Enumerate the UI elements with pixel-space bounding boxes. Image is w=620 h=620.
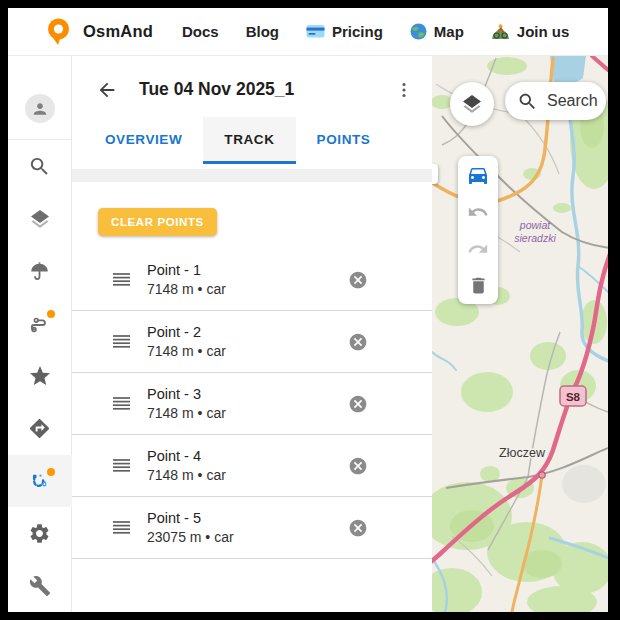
point-name: Point - 1 — [147, 261, 226, 280]
brand[interactable]: OsmAnd — [45, 17, 153, 47]
sidebar — [8, 56, 72, 612]
search-icon — [28, 155, 51, 178]
tab-track[interactable]: TRACK — [203, 117, 295, 164]
point-row-4[interactable]: Point - 4 7148 m • car — [72, 435, 432, 497]
redo-button[interactable] — [458, 230, 498, 267]
kebab-menu-icon — [394, 80, 414, 100]
globe-icon — [410, 23, 427, 40]
layers-icon — [460, 92, 484, 116]
point-row-2[interactable]: Point - 2 7148 m • car — [72, 311, 432, 373]
search-label: Search — [547, 92, 598, 110]
tab-points[interactable]: POINTS — [296, 117, 392, 164]
sidebar-item-settings[interactable] — [8, 507, 72, 559]
map-layers-button[interactable] — [450, 82, 494, 126]
drag-handle-icon[interactable] — [112, 457, 130, 475]
directions-icon — [28, 417, 51, 440]
drag-handle-icon[interactable] — [112, 271, 130, 289]
star-icon — [28, 364, 52, 388]
cancel-icon — [348, 332, 368, 352]
layers-icon — [28, 207, 52, 231]
gear-icon — [28, 522, 51, 545]
nav-map[interactable]: Map — [410, 23, 464, 40]
redo-icon — [467, 238, 489, 260]
content-row: Tue 04 Nov 2025_1 OVERVIEW TRACK POINTS … — [8, 56, 608, 612]
map-canvas: powiat sieradzki Złoczew S8 — [432, 56, 608, 612]
nav-blog[interactable]: Blog — [246, 23, 279, 40]
sidebar-item-tracks[interactable] — [8, 297, 72, 349]
top-navbar: OsmAnd Docs Blog Pricing — [8, 8, 608, 56]
person-icon — [30, 99, 50, 119]
nav-join-us[interactable]: Join us — [491, 23, 570, 40]
panel-tabs: OVERVIEW TRACK POINTS — [72, 117, 432, 164]
sidebar-item-favorites[interactable] — [8, 350, 72, 402]
arrow-back-icon — [96, 79, 118, 101]
sidebar-item-plan-route[interactable] — [8, 455, 72, 507]
point-details: 7148 m • car — [147, 404, 226, 423]
delete-point-button[interactable] — [348, 394, 368, 414]
cancel-icon — [348, 456, 368, 476]
clear-points-button[interactable]: CLEAR POINTS — [98, 208, 217, 236]
profile-car-button[interactable] — [458, 156, 498, 193]
delete-point-button[interactable] — [348, 332, 368, 352]
point-details: 7148 m • car — [147, 342, 226, 361]
panel-header: Tue 04 Nov 2025_1 — [72, 56, 432, 117]
back-button[interactable] — [95, 78, 119, 102]
drag-handle-icon[interactable] — [112, 333, 130, 351]
credit-card-icon — [306, 24, 325, 39]
osmand-logo-icon — [45, 17, 72, 47]
point-details: 7148 m • car — [147, 466, 226, 485]
track-panel: Tue 04 Nov 2025_1 OVERVIEW TRACK POINTS … — [72, 56, 432, 612]
plan-route-badge — [47, 468, 55, 476]
brand-name: OsmAnd — [83, 22, 153, 41]
delete-point-button[interactable] — [348, 518, 368, 538]
nav-docs[interactable]: Docs — [182, 23, 219, 40]
route-toolbar — [458, 156, 498, 304]
undo-icon — [467, 201, 489, 223]
point-name: Point - 5 — [147, 509, 234, 528]
car-icon — [466, 163, 490, 187]
delete-point-button[interactable] — [348, 270, 368, 290]
track-menu-button[interactable] — [392, 78, 416, 102]
umbrella-icon — [28, 260, 51, 283]
app-screen: OsmAnd Docs Blog Pricing — [8, 8, 608, 612]
tabs-divider — [72, 169, 432, 182]
map-label-region: sieradzki — [514, 232, 556, 244]
point-row-5[interactable]: Point - 5 23075 m • car — [72, 497, 432, 559]
map[interactable]: powiat sieradzki Złoczew S8 Search — [432, 56, 608, 612]
map-label-region: powiat — [519, 219, 551, 231]
tracks-badge — [47, 310, 55, 318]
track-title: Tue 04 Nov 2025_1 — [139, 79, 294, 100]
road-badge-label: S8 — [566, 391, 581, 403]
sidebar-item-tools[interactable] — [8, 560, 72, 612]
undo-button[interactable] — [458, 193, 498, 230]
delete-route-button[interactable] — [458, 267, 498, 304]
drag-handle-icon[interactable] — [112, 519, 130, 537]
cancel-icon — [348, 518, 368, 538]
cancel-icon — [348, 270, 368, 290]
sidebar-item-map-layers[interactable] — [8, 193, 72, 245]
cancel-icon — [348, 394, 368, 414]
point-name: Point - 2 — [147, 323, 226, 342]
point-row-3[interactable]: Point - 3 7148 m • car — [72, 373, 432, 435]
drag-handle-icon[interactable] — [112, 395, 130, 413]
map-search-button[interactable]: Search — [505, 82, 606, 120]
nav-items: Docs Blog Pricing Map — [182, 23, 569, 40]
road-junction-marker — [539, 472, 545, 478]
panel-collapse-handle[interactable] — [432, 164, 438, 184]
account-avatar[interactable] — [25, 94, 55, 123]
point-name: Point - 3 — [147, 385, 226, 404]
trash-icon — [468, 275, 489, 296]
delete-point-button[interactable] — [348, 456, 368, 476]
search-icon — [517, 91, 538, 112]
point-details: 7148 m • car — [147, 280, 226, 299]
map-label-town: Złoczew — [499, 446, 546, 460]
sidebar-item-navigation[interactable] — [8, 402, 72, 454]
point-details: 23075 m • car — [147, 528, 234, 547]
wrench-icon — [29, 575, 51, 597]
nav-pricing[interactable]: Pricing — [306, 23, 383, 40]
point-row-1[interactable]: Point - 1 7148 m • car — [72, 249, 432, 311]
sidebar-item-weather[interactable] — [8, 245, 72, 297]
sidebar-item-search[interactable] — [8, 140, 72, 192]
points-list: Point - 1 7148 m • car Point - 2 7148 m … — [72, 249, 432, 559]
tab-overview[interactable]: OVERVIEW — [84, 117, 203, 164]
